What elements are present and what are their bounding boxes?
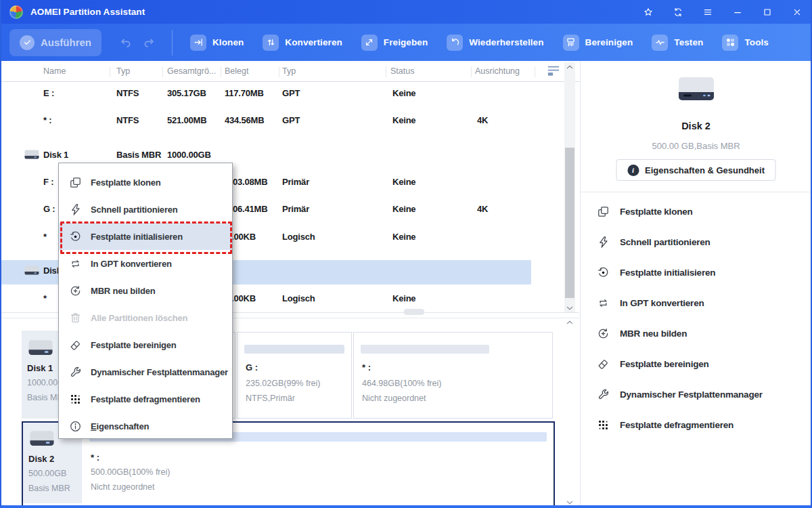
cell-name: Disk 1 <box>43 150 68 160</box>
sidebar-action-list: Festplatte klonen Schnell partitionieren… <box>597 196 800 440</box>
toolbar-item-label: Bereinigen <box>585 37 633 47</box>
column-header[interactable]: Typ <box>116 66 130 76</box>
table-row-star[interactable]: * :NTFS521.00MB434.56MBGPTKeine4K <box>1 110 563 133</box>
maximize-button[interactable] <box>761 5 774 19</box>
column-header[interactable]: Belegt <box>225 66 248 76</box>
column-header[interactable]: Ausrichtung <box>475 66 520 76</box>
toolbar-item-bereinigen[interactable]: Bereinigen <box>563 35 633 51</box>
menu-item-festplatte-klonen[interactable]: Festplatte klonen <box>59 169 232 196</box>
menu-item-mbr-neu-bilden[interactable]: MBR neu bilden <box>59 277 232 304</box>
toolbar-item-label: Freigeben <box>384 37 428 47</box>
info-icon <box>69 420 82 433</box>
initialize-icon <box>597 266 610 279</box>
cell-status: Keine <box>392 293 415 303</box>
menu-item-festplatte-bereinigen[interactable]: Festplatte bereinigen <box>59 331 232 358</box>
cell-name: G : <box>43 204 55 214</box>
menu-item-dynamischer-festplattenmanager[interactable]: Dynamischer Festplattenmanager <box>59 358 232 385</box>
cell-name: * <box>43 232 47 242</box>
column-header[interactable]: Name <box>43 66 66 76</box>
window-controls <box>641 0 804 24</box>
cell-fs: NTFS <box>116 115 139 125</box>
undo-button[interactable] <box>118 35 134 51</box>
sidebar-action-dynamischer-festplattenmanager[interactable]: Dynamischer Festplattenmanager <box>597 379 800 410</box>
minimize-button[interactable] <box>731 5 744 19</box>
redo-button[interactable] <box>141 35 157 51</box>
disk1-partition-block-1[interactable]: G : 235.02GB(99% frei) NTFS,Primär <box>237 332 352 419</box>
wipe-icon <box>69 339 82 352</box>
wrench-icon <box>597 388 610 401</box>
cell-type: Basis MBR <box>116 150 161 160</box>
sidebar-action-festplatte-defragmentieren[interactable]: Festplatte defragmentieren <box>597 410 800 440</box>
properties-health-button[interactable]: i Eigenschaften & Gesundheit <box>616 159 776 181</box>
capacity-bar <box>244 345 344 354</box>
menu-item-label: Festplatte bereinigen <box>91 340 177 350</box>
cell-name: E : <box>43 88 54 98</box>
sidebar-action-festplatte-bereinigen[interactable]: Festplatte bereinigen <box>597 349 800 379</box>
trash-icon <box>69 312 82 324</box>
close-button[interactable] <box>790 5 804 19</box>
disk2-card-type: Basis MBR <box>28 484 70 493</box>
sidebar-action-in-gpt-konvertieren[interactable]: In GPT konvertieren <box>597 288 800 318</box>
header-separator <box>221 66 221 77</box>
info-circle-icon: i <box>627 165 639 176</box>
panel-scroll-up-arrow[interactable] <box>565 318 574 326</box>
disk-icon <box>28 428 55 451</box>
cell-status: Keine <box>392 115 415 125</box>
toolbar-item-klonen[interactable]: Klonen <box>190 35 244 51</box>
hamburger-icon <box>702 7 713 18</box>
menu-item-festplatte-defragmentieren[interactable]: Festplatte defragmentieren <box>59 385 232 412</box>
column-header[interactable]: Gesamtgrö... <box>167 66 216 76</box>
star-button[interactable] <box>641 5 655 19</box>
toolbar-item-testen[interactable]: Testen <box>652 35 703 51</box>
menu-item-schnell-partitionieren[interactable]: Schnell partitionieren <box>59 196 232 223</box>
cell-ptype: Logisch <box>282 232 315 242</box>
sidebar-action-schnell-partitionieren[interactable]: Schnell partitionieren <box>597 227 800 257</box>
sidebar-action-festplatte-klonen[interactable]: Festplatte klonen <box>597 196 800 227</box>
sync-icon <box>673 7 683 18</box>
panel-scroll-down-arrow[interactable] <box>565 499 574 507</box>
cell-name: * <box>43 293 47 303</box>
partition-size: 235.02GB(99% frei) <box>246 379 320 388</box>
toolbar-item-konvertieren[interactable]: Konvertieren <box>263 35 342 51</box>
rebuild-mbr-icon <box>69 284 82 297</box>
toolbar-items: Klonen Konvertieren Freigeben Wiederhers… <box>190 35 769 51</box>
hamburger-button[interactable] <box>701 5 715 19</box>
cell-ptype: Primär <box>282 204 309 214</box>
partition-size: 500.00GB(100% frei) <box>91 467 170 477</box>
execute-button[interactable]: Ausführen <box>9 29 102 56</box>
toolbar-item-wiederherstellen[interactable]: Wiederherstellen <box>447 35 543 51</box>
scroll-up-arrow[interactable] <box>564 62 575 72</box>
scroll-down-arrow[interactable] <box>564 303 575 313</box>
toolbar-item-tools[interactable]: Tools <box>722 35 769 51</box>
sidebar-disk-name: Disk 2 <box>581 121 811 131</box>
sidebar-action-festplatte-initialisieren[interactable]: Festplatte initialisieren <box>597 257 800 288</box>
cell-name: F : <box>43 177 53 187</box>
menu-item-eigenschaften[interactable]: Eigenschaften <box>59 412 232 440</box>
disk1-partition-block-2[interactable]: * : 464.98GB(100% frei) Nicht zugeordnet <box>353 332 553 419</box>
sync-button[interactable] <box>671 5 685 19</box>
wipe-icon <box>597 358 610 371</box>
cell-status: Keine <box>392 204 415 214</box>
column-header[interactable]: Typ <box>282 66 296 76</box>
toolbar-item-label: Testen <box>674 37 703 47</box>
clone-badge-icon <box>190 35 206 51</box>
clone-icon <box>69 176 82 189</box>
cell-fs: NTFS <box>116 88 139 98</box>
sidebar-action-mbr-neu-bilden[interactable]: MBR neu bilden <box>597 318 800 349</box>
cell-status: Keine <box>392 88 415 98</box>
column-settings-icon[interactable] <box>546 64 561 77</box>
header-separator <box>162 66 163 77</box>
splitter-handle[interactable] <box>404 309 424 315</box>
disk-icon <box>27 337 54 360</box>
menu-item-festplatte-initialisieren[interactable]: Festplatte initialisieren <box>59 223 232 250</box>
scrollbar-thumb[interactable] <box>565 148 574 298</box>
table-row-E[interactable]: E :NTFS305.17GB117.70MBGPTKeine <box>1 83 563 106</box>
toolbar-item-freigeben[interactable]: Freigeben <box>361 35 428 51</box>
sidebar-divider <box>581 192 811 192</box>
cell-ptype: GPT <box>282 88 300 98</box>
column-header[interactable]: Status <box>390 66 414 76</box>
menu-item-in-gpt-konvertieren[interactable]: In GPT konvertieren <box>59 250 232 277</box>
menu-item-label: Alle Partitionen löschen <box>91 313 187 323</box>
cell-used: 06.41MB <box>233 204 267 214</box>
cell-size: 1000.00GB <box>167 150 211 160</box>
